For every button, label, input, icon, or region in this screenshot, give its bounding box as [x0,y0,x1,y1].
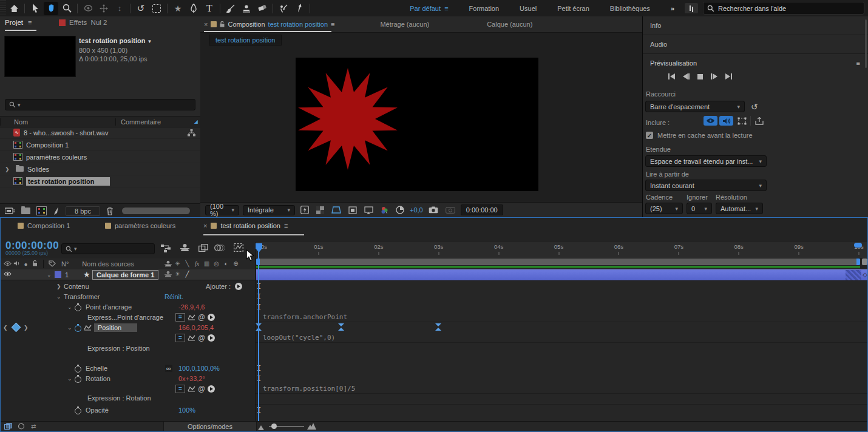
column-nom[interactable]: Nom [0,118,28,126]
anchor-value[interactable]: -26,9,4,6 [178,303,205,311]
help-search-input[interactable]: Rechercher dans l'aide [703,2,864,15]
next-frame-button[interactable] [707,72,721,81]
collapse-chevron-icon[interactable]: ⌄ [56,294,64,300]
add-label[interactable]: Ajouter : [206,283,231,290]
tab-composition-name[interactable]: test rotation position [268,21,328,28]
property-graph-icon[interactable] [84,324,92,331]
expand-arrows-icon[interactable]: ⇄ [31,423,36,430]
rotation-tool-icon[interactable]: ↺ [134,2,148,15]
stopwatch-icon[interactable] [75,365,81,372]
work-area-end-handle[interactable] [856,258,860,265]
resolution-dropdown[interactable]: Intégrale▾ [243,205,295,215]
panel-menu-icon[interactable]: ≡ [28,19,32,26]
layer-shy-icon[interactable] [163,271,172,278]
position-value[interactable]: 166,0,205,4 [178,324,214,331]
tab-calque[interactable]: Calque (aucun) [487,21,532,28]
column-number-label[interactable]: N° [61,260,69,268]
orbit-camera-tool-icon[interactable] [81,2,95,15]
collapse-chevron-icon[interactable]: ⌄ [67,325,75,331]
prop-row-opacity[interactable]: Opacité 100% [1,405,255,415]
viewer-sub-tab[interactable]: test rotation position [209,35,282,46]
prop-row-position-expression-icons[interactable]: = @ [1,332,255,343]
track-row[interactable] [256,394,867,405]
expression-graph-icon[interactable] [188,385,195,392]
workspace-menu-icon[interactable]: ≡ [444,5,448,12]
rotation-value[interactable]: 0x+33,2° [178,375,205,382]
roto-brush-tool-icon[interactable] [276,2,291,15]
home-icon[interactable] [7,2,21,15]
track-row[interactable] [256,343,867,354]
audio-column-speaker-icon[interactable] [12,260,21,268]
layer-row[interactable]: ⌄ 1 ★ Calque de forme 1 ☀ ╱ [1,269,255,280]
region-of-interest-icon[interactable] [347,205,359,215]
expression-language-menu-icon[interactable] [208,334,215,342]
track-row[interactable]: I [256,302,867,312]
cache-checkbox-row[interactable]: ✓ Mettre en cache avant la lecture [646,132,753,139]
prop-label[interactable]: Contenu [64,283,89,290]
timeline-zoom-slider-knob[interactable] [271,424,277,429]
keyframe-at-current-time-icon[interactable] [12,323,21,332]
quality-icon[interactable]: ╲ [183,260,192,268]
project-search-input[interactable]: ▾ [5,99,195,110]
position-expression-text-row[interactable]: loopOut("cycle",0) [256,332,867,343]
close-tab-icon[interactable]: × [203,222,207,229]
tab-metrage[interactable]: Métrage (aucun) [380,21,429,28]
keyframe-icon[interactable] [338,323,344,331]
comp-marker-button[interactable] [862,258,867,265]
panel-menu-icon[interactable]: ≡ [856,59,860,67]
track-row[interactable]: I [256,363,867,374]
shortcut-dropdown[interactable]: Barre d'espacement▾ [645,101,745,112]
vertical-scrollbar[interactable] [865,19,867,68]
zoom-tool-icon[interactable] [59,2,74,15]
prop-label[interactable]: Rotation [86,375,110,382]
panel-menu-icon[interactable]: ≡ [284,222,288,229]
scale-value[interactable]: 100,0,100,0% [178,365,220,372]
track-row[interactable]: I [256,281,867,292]
track-row[interactable]: I [256,373,867,384]
framerate-dropdown[interactable]: (25)▾ [645,203,683,214]
reset-icon[interactable]: ↻ [751,102,758,112]
project-row-audio[interactable]: ∿ 8 - who...swoosh - short.wav [0,127,200,139]
panel-menu-icon[interactable]: ≡ [331,21,334,28]
navigator-end-handle[interactable] [854,243,862,248]
prop-row-anchor[interactable]: ⌄ Point d'ancrage -26,9,4,6 [1,302,255,312]
column-commentaire[interactable]: Commentaire [115,118,161,126]
stop-button[interactable] [694,72,707,81]
column-divider[interactable] [255,242,256,422]
work-area-bar[interactable] [256,258,860,265]
shy-switch-icon[interactable] [163,260,172,268]
interpret-footage-icon[interactable] [5,207,15,215]
motion-blur-switch-icon[interactable]: ◎ [212,260,221,268]
prop-row-transformer[interactable]: ⌄ Transformer Réinit. [1,291,255,302]
expression-enabled-icon[interactable]: = [175,334,185,342]
layer-duration-bar[interactable]: ◇ [256,269,867,280]
3d-layer-icon[interactable]: ⊕ [231,260,240,268]
position-label-selected[interactable]: Position [94,323,137,332]
expression-graph-icon[interactable] [188,314,195,320]
timeline-tab-composition-1[interactable]: Composition 1 [18,222,70,229]
timeline-tab-parametres-couleurs[interactable]: paramètres couleurs [105,222,175,229]
workspace-tab-formation[interactable]: Formation [469,5,500,12]
column-source-label[interactable]: Nom des sources [82,260,134,268]
clone-stamp-tool-icon[interactable] [239,2,254,15]
track-row[interactable]: I [256,291,867,302]
snapshot-camera-icon[interactable] [427,205,440,215]
resolution-value-dropdown[interactable]: Automat...▾ [716,203,763,214]
layer-quality-icon[interactable]: ╱ [183,271,192,278]
selected-item-name[interactable]: test rotation position [26,177,110,186]
lock-icon[interactable] [220,21,225,27]
zoom-in-mountain-icon[interactable] [307,423,316,431]
keyframe-icon[interactable] [435,323,441,331]
tab-projet[interactable]: Projet [5,19,23,26]
layer-name-box[interactable]: Calque de forme 1 [92,270,158,280]
workspace-overflow-chevrons[interactable]: » [671,5,674,12]
playhead-line[interactable] [258,247,259,422]
add-menu-icon[interactable] [235,283,242,290]
viewer-timecode[interactable]: 0:00:00:00 [461,204,503,215]
graph-editor-icon[interactable] [234,243,243,253]
timeline-search-input[interactable]: ▾ [61,243,155,254]
stopwatch-icon[interactable] [75,375,81,382]
bit-depth-button[interactable]: 8 bpc [66,206,100,216]
guides-icon[interactable] [362,205,375,215]
pan-camera-tool-icon[interactable] [97,2,111,15]
